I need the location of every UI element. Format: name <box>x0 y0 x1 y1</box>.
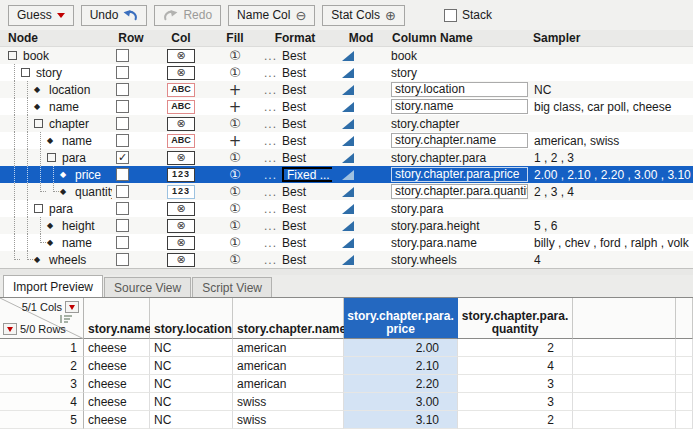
tab-script-view[interactable]: Script View <box>192 277 272 297</box>
row-checkbox[interactable] <box>116 202 129 215</box>
format-button[interactable]: Best <box>282 117 306 131</box>
node-label[interactable]: name <box>60 236 92 250</box>
modeling-type-icon[interactable] <box>342 170 354 180</box>
name-col-button[interactable]: Name Col ⊖ <box>228 5 315 26</box>
rows-menu-button[interactable] <box>3 323 17 335</box>
row-checkbox[interactable] <box>116 49 129 62</box>
modeling-type-icon[interactable] <box>342 238 354 248</box>
node-label[interactable]: name <box>47 100 79 114</box>
preview-column-header-story.chapter.para.price[interactable]: story.chapter.para.price <box>344 298 458 339</box>
modeling-type-icon[interactable] <box>342 136 354 146</box>
fill-once-icon[interactable]: ① <box>229 150 241 165</box>
format-button[interactable]: Best <box>282 66 306 80</box>
column-excluded-icon[interactable]: ⊗ <box>167 219 195 233</box>
character-column-icon[interactable]: ABC <box>167 83 195 97</box>
row-checkbox[interactable] <box>116 253 129 266</box>
tree-row-story.chapter.para.quantity[interactable]: ◆quantity123①...Beststory.chapter.para.q… <box>0 183 693 200</box>
fill-once-icon[interactable]: ① <box>229 116 241 131</box>
preview-column-header-story.chapter.para.quantity[interactable]: story.chapter.para.quantity <box>458 298 573 339</box>
column-excluded-icon[interactable]: ⊗ <box>167 253 195 267</box>
row-checkbox[interactable] <box>116 117 129 130</box>
tree-row-story.name[interactable]: ◆nameABC+...Beststory.namebig class, car… <box>0 98 693 115</box>
column-name-input[interactable]: story.location <box>391 82 528 97</box>
character-column-icon[interactable]: ABC <box>167 134 195 148</box>
modeling-type-icon[interactable] <box>342 68 354 78</box>
modeling-type-icon[interactable] <box>342 85 354 95</box>
row-checkbox[interactable] <box>116 83 129 96</box>
tree-row-story.para.name[interactable]: ◆name⊗①...Beststory.para.namebilly , che… <box>0 234 693 251</box>
node-label[interactable]: price <box>73 168 101 182</box>
modeling-type-icon[interactable] <box>342 119 354 129</box>
row-checkbox[interactable] <box>116 134 129 147</box>
modeling-type-icon[interactable] <box>342 187 354 197</box>
fill-plus-icon[interactable]: + <box>229 81 242 98</box>
node-label[interactable]: quantity <box>73 185 112 199</box>
format-button[interactable]: Best <box>282 100 306 114</box>
preview-column-header-story.location[interactable]: story.location <box>150 298 233 339</box>
numeric-column-icon[interactable]: 123 <box>167 168 195 182</box>
tab-import-preview[interactable]: Import Preview <box>3 275 103 297</box>
tab-source-view[interactable]: Source View <box>104 277 191 297</box>
tree-row-book[interactable]: book⊗①...Bestbook <box>0 47 693 64</box>
modeling-type-icon[interactable] <box>342 51 354 61</box>
modeling-type-icon[interactable] <box>342 153 354 163</box>
row-checkbox[interactable] <box>116 100 129 113</box>
format-button[interactable]: Best <box>282 49 306 63</box>
preview-column-header-story.chapter.name[interactable]: story.chapter.name <box>233 298 344 339</box>
column-excluded-icon[interactable]: ⊗ <box>167 66 195 80</box>
tree-row-story[interactable]: story⊗①...Beststory <box>0 64 693 81</box>
modeling-type-icon[interactable] <box>342 255 354 265</box>
node-label[interactable]: book <box>21 49 49 63</box>
fill-plus-icon[interactable]: + <box>229 98 242 115</box>
column-name-input[interactable]: story.chapter.name <box>391 133 528 148</box>
fill-once-icon[interactable]: ① <box>229 235 241 250</box>
format-button[interactable]: Best <box>282 219 306 233</box>
column-excluded-icon[interactable]: ⊗ <box>167 151 195 165</box>
column-excluded-icon[interactable]: ⊗ <box>167 117 195 131</box>
guess-button[interactable]: Guess <box>8 5 74 26</box>
fill-once-icon[interactable]: ① <box>229 184 241 199</box>
fill-once-icon[interactable]: ① <box>229 48 241 63</box>
fill-plus-icon[interactable]: + <box>229 132 242 149</box>
tree-row-story.chapter[interactable]: chapter⊗①...Beststory.chapter <box>0 115 693 132</box>
fill-once-icon[interactable]: ① <box>229 65 241 80</box>
column-excluded-icon[interactable]: ⊗ <box>167 202 195 216</box>
node-label[interactable]: story <box>34 66 62 80</box>
column-excluded-icon[interactable]: ⊗ <box>167 236 195 250</box>
fill-once-icon[interactable]: ① <box>229 252 241 267</box>
row-checkbox[interactable] <box>116 66 129 79</box>
column-name-input[interactable]: story.name <box>391 99 528 114</box>
format-button[interactable]: Best <box>282 134 306 148</box>
stack-checkbox[interactable] <box>444 9 457 22</box>
node-label[interactable]: chapter <box>47 117 89 131</box>
fill-once-icon[interactable]: ① <box>229 167 241 182</box>
column-name-input[interactable]: story.chapter.para.quantity <box>391 184 528 199</box>
row-checkbox[interactable] <box>116 219 129 232</box>
stat-cols-button[interactable]: Stat Cols ⊕ <box>322 5 405 26</box>
tree-row-story.chapter.para[interactable]: para✓⊗①...Beststory.chapter.para1 , 2 , … <box>0 149 693 166</box>
character-column-icon[interactable]: ABC <box>167 100 195 114</box>
tree-row-story.para.height[interactable]: ◆height⊗①...Beststory.para.height5 , 6 <box>0 217 693 234</box>
node-label[interactable]: para <box>60 151 86 165</box>
fill-once-icon[interactable]: ① <box>229 201 241 216</box>
format-button[interactable]: Best <box>282 202 306 216</box>
node-label[interactable]: wheels <box>47 253 86 267</box>
format-button[interactable]: Best <box>282 253 306 267</box>
modeling-type-icon[interactable] <box>342 221 354 231</box>
undo-button[interactable]: Undo <box>81 5 148 26</box>
node-label[interactable]: height <box>60 219 95 233</box>
fill-once-icon[interactable]: ① <box>229 218 241 233</box>
column-name-input[interactable]: story.chapter.para.price <box>391 167 528 182</box>
row-checkbox[interactable] <box>116 168 129 181</box>
row-checkbox[interactable] <box>116 185 129 198</box>
preview-column-header-story.name[interactable]: story.name <box>84 298 150 339</box>
row-checkbox[interactable]: ✓ <box>116 151 129 164</box>
format-button[interactable]: Best <box>282 83 306 97</box>
format-button[interactable]: Best <box>282 151 306 165</box>
format-button[interactable]: Best <box>282 185 306 199</box>
numeric-column-icon[interactable]: 123 <box>167 185 195 199</box>
columns-menu-button[interactable] <box>65 301 79 313</box>
node-label[interactable]: name <box>60 134 92 148</box>
tree-row-story.wheels[interactable]: ◆wheels⊗①...Beststory.wheels4 <box>0 251 693 268</box>
preview-column-header-empty-6[interactable] <box>676 298 693 339</box>
